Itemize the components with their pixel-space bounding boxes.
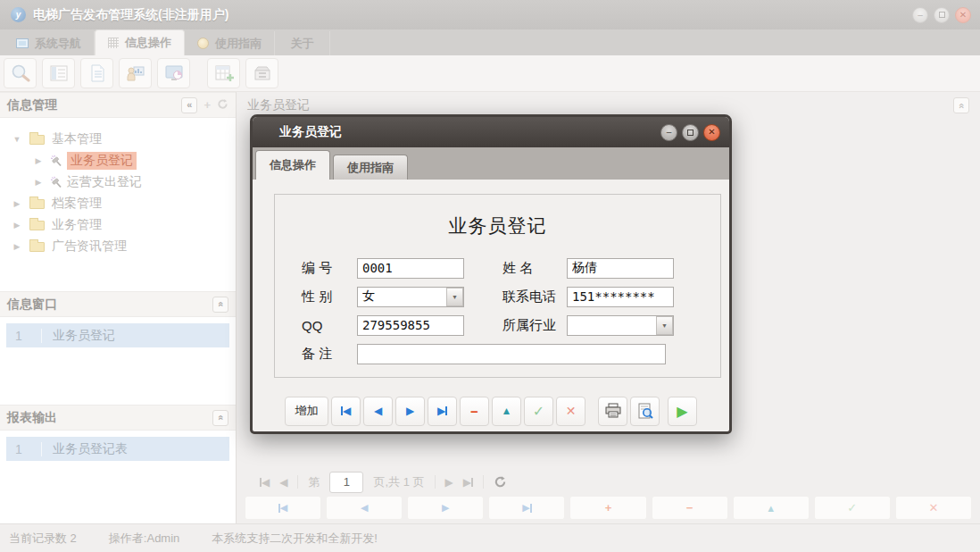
document-icon[interactable]	[80, 58, 113, 88]
panel-title: 信息管理	[7, 97, 57, 113]
cancel-icon[interactable]: ✕	[556, 397, 586, 426]
tab-label: 信息操作	[125, 35, 171, 51]
first-page-icon[interactable]: ◀	[260, 476, 270, 489]
tree-item-label: 业务管理	[52, 217, 102, 233]
panel-title: 报表输出	[7, 410, 57, 426]
operator-text: 操作者:Admin	[109, 531, 179, 547]
first-record-button[interactable]: ◀	[245, 496, 321, 520]
salesperson-dialog: 业务员登记 – ✕ 信息操作 使用指南 业务员登记 编 号 姓 名	[250, 114, 732, 434]
qq-field[interactable]	[357, 315, 464, 336]
dialog-close-button[interactable]: ✕	[703, 124, 720, 141]
record-nav-bar: ◀ ◀ ▶ ▶ + − ▲ ✓ ✕	[237, 496, 980, 520]
last-page-icon[interactable]: ▶	[463, 476, 473, 489]
number-field[interactable]	[357, 258, 464, 279]
expand-arrow-icon[interactable]: ▶	[34, 156, 43, 165]
prev-record-button[interactable]: ◀	[326, 496, 403, 520]
last-record-button[interactable]: ▶	[488, 496, 565, 520]
tool-icon	[50, 155, 62, 167]
next-record-button[interactable]: ▶	[407, 496, 484, 520]
delete-record-icon[interactable]: −	[460, 397, 489, 426]
list-item[interactable]: 1 业务员登记表	[6, 437, 229, 461]
dialog-toolbar: 增加 ◀ ◀ ▶ ▶ − ▲ ✓ ✕ ▶	[253, 390, 729, 431]
folder-icon	[29, 199, 45, 209]
user-chart-icon[interactable]	[119, 58, 152, 88]
phone-field[interactable]	[567, 287, 674, 307]
table-add-icon[interactable]	[207, 58, 240, 88]
refresh-icon[interactable]	[217, 98, 228, 113]
post-record-button[interactable]: ✓	[814, 496, 891, 520]
screen-pie-icon[interactable]	[157, 58, 190, 88]
tree-item-label: 基本管理	[52, 131, 102, 147]
tree-item-salesperson-register[interactable]: ▶ 业务员登记	[0, 150, 236, 171]
collapse-left-icon[interactable]: «	[181, 97, 197, 113]
expand-arrow-icon[interactable]: ▶	[12, 199, 21, 208]
printer-icon	[604, 403, 622, 419]
tree-item-label: 广告资讯管理	[52, 238, 127, 255]
collapse-up-icon[interactable]: «	[212, 410, 228, 426]
status-message: 本系统支持二次开发和全新开发!	[212, 531, 378, 547]
expand-arrow-icon[interactable]: ▶	[12, 221, 21, 230]
prev-page-icon[interactable]: ◀	[279, 476, 287, 489]
chevron-down-icon[interactable]: ▼	[656, 316, 673, 335]
salesperson-form: 业务员登记 编 号 姓 名 性 别 ▼ 联系电话	[274, 194, 721, 378]
tab-about[interactable]: 关于	[275, 31, 330, 55]
page-number-input[interactable]	[329, 472, 363, 493]
expand-arrow-icon[interactable]: ▶	[34, 178, 43, 187]
search-icon[interactable]	[4, 58, 37, 88]
nav-tree: ▼ 基本管理 ▶ 业务员登记 ▶ 运营支出登记 ▶ 档案管理	[0, 118, 236, 291]
refresh-icon[interactable]	[494, 475, 507, 489]
list-item[interactable]: 1 业务员登记	[6, 323, 229, 347]
tree-item-business-mgmt[interactable]: ▶ 业务管理	[0, 214, 236, 236]
report-list-icon[interactable]	[42, 58, 75, 88]
print-button[interactable]	[598, 397, 627, 426]
tree-item-expense-register[interactable]: ▶ 运营支出登记	[0, 171, 236, 193]
record-count-text: 当前记录数 2	[9, 531, 77, 547]
run-button[interactable]: ▶	[668, 397, 697, 426]
collapse-up-icon[interactable]: «	[212, 297, 228, 313]
tree-item-label: 业务员登记	[67, 152, 137, 170]
last-record-button[interactable]: ▶	[428, 397, 457, 426]
collapse-up-icon[interactable]: «	[953, 97, 969, 113]
chevron-down-icon[interactable]: ▼	[446, 288, 463, 306]
tree-item-ad-info-mgmt[interactable]: ▶ 广告资讯管理	[0, 236, 236, 257]
tree-item-archive-mgmt[interactable]: ▶ 档案管理	[0, 193, 236, 214]
dialog-tab-info-operate[interactable]: 信息操作	[255, 150, 330, 180]
delete-record-button[interactable]: −	[652, 496, 728, 520]
maximize-button[interactable]	[934, 7, 950, 23]
collapse-arrow-icon[interactable]: ▼	[12, 135, 21, 144]
confirm-icon[interactable]: ✓	[524, 397, 553, 426]
note-label: 备 注	[302, 346, 357, 363]
dialog-tabstrip: 信息操作 使用指南	[253, 147, 729, 180]
edit-record-icon[interactable]: ▲	[492, 397, 521, 426]
page-label-prefix: 第	[308, 474, 320, 490]
tree-item-basic-mgmt[interactable]: ▼ 基本管理	[0, 129, 236, 150]
print-preview-button[interactable]	[630, 397, 660, 426]
close-button[interactable]: ✕	[955, 7, 971, 23]
dialog-tab-user-guide[interactable]: 使用指南	[333, 155, 408, 180]
note-field[interactable]	[357, 344, 666, 364]
main-tabstrip: 系统导航 信息操作 使用指南 关于	[0, 29, 980, 55]
tab-info-operate[interactable]: 信息操作	[95, 29, 185, 55]
prev-record-button[interactable]: ◀	[363, 397, 393, 426]
drawer-icon[interactable]	[245, 58, 278, 88]
next-page-icon[interactable]: ▶	[445, 476, 453, 489]
minimize-button[interactable]: –	[912, 7, 928, 23]
tab-user-guide[interactable]: 使用指南	[185, 31, 275, 55]
dialog-maximize-button[interactable]	[682, 124, 699, 141]
sidebar: 信息管理 « + ▼ 基本管理 ▶ 业务员登记	[0, 92, 237, 523]
expand-arrow-icon[interactable]: ▶	[12, 242, 21, 251]
next-record-button[interactable]: ▶	[395, 397, 425, 426]
cancel-record-button[interactable]: ✕	[895, 496, 972, 520]
tab-label: 系统导航	[35, 36, 81, 52]
dialog-minimize-button[interactable]: –	[660, 124, 677, 141]
add-button[interactable]: 增加	[285, 397, 328, 426]
gender-dropdown[interactable]: ▼	[357, 287, 464, 307]
industry-dropdown[interactable]: ▼	[567, 315, 674, 336]
first-record-button[interactable]: ◀	[331, 397, 361, 426]
edit-record-button[interactable]: ▲	[733, 496, 810, 520]
plus-icon[interactable]: +	[203, 98, 211, 112]
dialog-content: 业务员登记 编 号 姓 名 性 别 ▼ 联系电话	[253, 180, 729, 390]
tab-system-nav[interactable]: 系统导航	[4, 31, 95, 55]
name-field[interactable]	[567, 258, 674, 279]
add-record-button[interactable]: +	[569, 496, 646, 520]
